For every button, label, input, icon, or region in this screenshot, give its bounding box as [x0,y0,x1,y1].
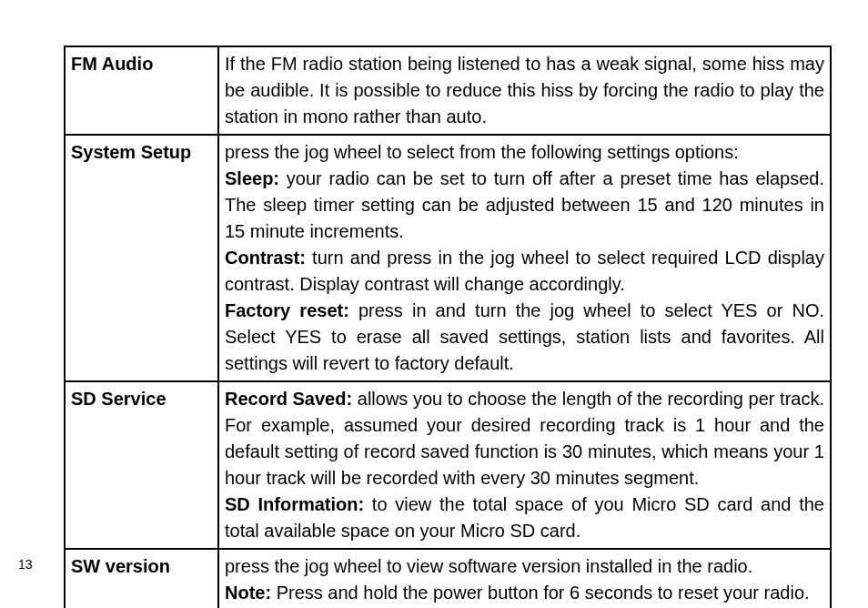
sleep-label: Sleep: [225,168,279,188]
row-desc-sw-version: press the jog wheel to view software ver… [218,549,831,608]
table-row: FM Audio If the FM radio station being l… [65,46,831,135]
sw-version-note-label: Note: [225,583,271,603]
contrast-text: turn and press in the jog wheel to selec… [225,248,824,294]
record-saved-label: Record Saved: [225,389,352,409]
factory-reset-label: Factory reset: [225,300,349,320]
sw-version-note-text: Press and hold the power button for 6 se… [271,583,809,603]
contrast-label: Contrast: [225,248,306,268]
sw-version-line1: press the jog wheel to view software ver… [225,556,752,576]
table-row: System Setup press the jog wheel to sele… [65,135,831,381]
sleep-text: your radio can be set to turn off after … [225,168,824,241]
settings-table: FM Audio If the FM radio station being l… [64,46,832,608]
row-label-system-setup: System Setup [65,135,218,381]
row-label-sw-version: SW version [65,549,218,608]
system-setup-intro: press the jog wheel to select from the f… [225,142,739,162]
manual-page: FM Audio If the FM radio station being l… [0,0,868,608]
page-number: 13 [18,557,33,572]
row-desc-sd-service: Record Saved: allows you to choose the l… [218,381,831,549]
table-row: SD Service Record Saved: allows you to c… [65,381,831,549]
row-desc-system-setup: press the jog wheel to select from the f… [218,135,831,381]
sd-information-label: SD Information: [225,494,364,514]
row-label-fm-audio: FM Audio [65,46,218,135]
row-desc-fm-audio: If the FM radio station being listened t… [218,46,831,135]
row-label-sd-service: SD Service [65,381,218,549]
table-row: SW version press the jog wheel to view s… [65,549,831,608]
